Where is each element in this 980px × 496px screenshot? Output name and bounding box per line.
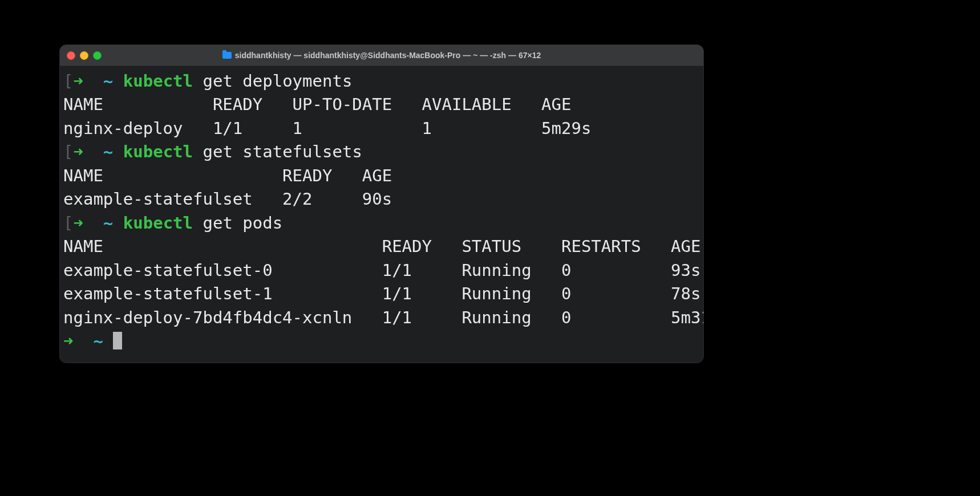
cursor[interactable] bbox=[113, 332, 122, 349]
cmd2-header: NAME READY AGE bbox=[63, 166, 392, 185]
cmd2-args: get statefulsets bbox=[203, 142, 362, 161]
prompt-tilde: ~ bbox=[103, 213, 113, 233]
titlebar: siddhantkhisty — siddhantkhisty@Siddhant… bbox=[60, 45, 703, 66]
cmd3-row1: example-statefulset-0 1/1 Running 0 93s bbox=[63, 261, 700, 280]
cmd3-header: NAME READY STATUS RESTARTS AGE bbox=[63, 237, 700, 256]
cmd3-row2: example-statefulset-1 1/1 Running 0 78s bbox=[63, 284, 700, 303]
window-title-text: siddhantkhisty — siddhantkhisty@Siddhant… bbox=[235, 51, 541, 60]
window-controls bbox=[67, 51, 102, 60]
prompt-bracket-open: [ bbox=[63, 213, 73, 233]
terminal-window: siddhantkhisty — siddhantkhisty@Siddhant… bbox=[59, 44, 704, 363]
cmd1-header: NAME READY UP-TO-DATE AVAILABLE AGE bbox=[63, 95, 571, 114]
cmd2-row: example-statefulset 2/2 90s bbox=[63, 189, 392, 209]
prompt-tilde: ~ bbox=[103, 71, 113, 91]
prompt-arrow: ➜ bbox=[73, 213, 83, 233]
close-icon[interactable] bbox=[67, 51, 75, 60]
folder-icon bbox=[222, 52, 232, 59]
cmd3-row3: nginx-deploy-7bd4fb4dc4-xcnln 1/1 Runnin… bbox=[63, 308, 704, 327]
prompt-bracket-open: [ bbox=[63, 71, 73, 91]
cmd-kubectl: kubectl bbox=[123, 71, 193, 91]
prompt-bracket-close: ] bbox=[700, 142, 704, 161]
terminal-body[interactable]: [➜ ~ kubectl get deployments ] NAME READ… bbox=[60, 66, 703, 363]
prompt-bracket-open: [ bbox=[63, 142, 73, 161]
prompt-arrow: ➜ bbox=[73, 71, 83, 91]
cmd1-args: get deployments bbox=[203, 71, 352, 91]
prompt-tilde: ~ bbox=[93, 331, 103, 351]
zoom-icon[interactable] bbox=[93, 51, 102, 60]
cmd1-row: nginx-deploy 1/1 1 1 5m29s bbox=[63, 119, 591, 138]
cmd-kubectl: kubectl bbox=[123, 142, 193, 161]
cmd-kubectl: kubectl bbox=[123, 213, 193, 233]
terminal-output[interactable]: [➜ ~ kubectl get deployments ] NAME READ… bbox=[60, 68, 703, 356]
prompt-tilde: ~ bbox=[103, 142, 113, 161]
prompt-bracket-close: ] bbox=[700, 213, 704, 233]
prompt-arrow: ➜ bbox=[63, 331, 73, 351]
minimize-icon[interactable] bbox=[80, 51, 88, 60]
prompt-bracket-close: ] bbox=[700, 71, 704, 91]
cmd3-args: get pods bbox=[203, 213, 282, 233]
prompt-arrow: ➜ bbox=[73, 142, 83, 161]
window-title: siddhantkhisty — siddhantkhisty@Siddhant… bbox=[60, 51, 703, 60]
